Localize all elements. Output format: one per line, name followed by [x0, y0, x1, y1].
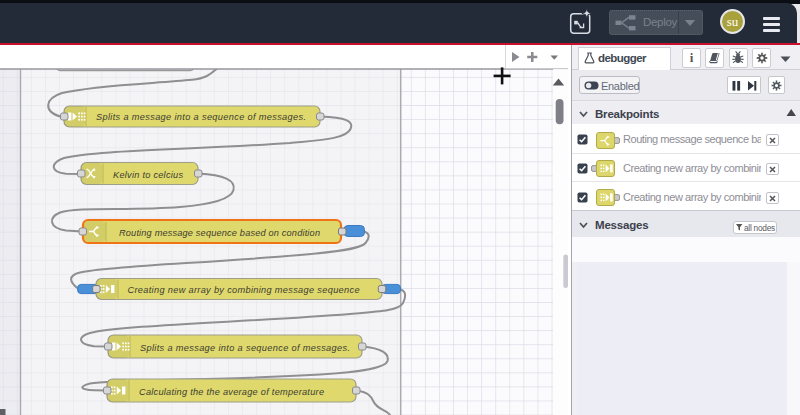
svg-text:Splits a message into a sequen: Splits a message into a sequence of mess…	[96, 112, 306, 122]
svg-text:Routing message sequence based: Routing message sequence based on condit…	[119, 228, 320, 238]
svg-text:Splits a message into a sequen: Splits a message into a sequence of mess…	[140, 343, 350, 353]
svg-text:Kelvin to celcius: Kelvin to celcius	[113, 170, 183, 180]
svg-text:Calculating the the average of: Calculating the the average of temperatu…	[139, 387, 324, 397]
svg-text:Creating new array by combinin: Creating new array by combining message …	[128, 285, 360, 295]
